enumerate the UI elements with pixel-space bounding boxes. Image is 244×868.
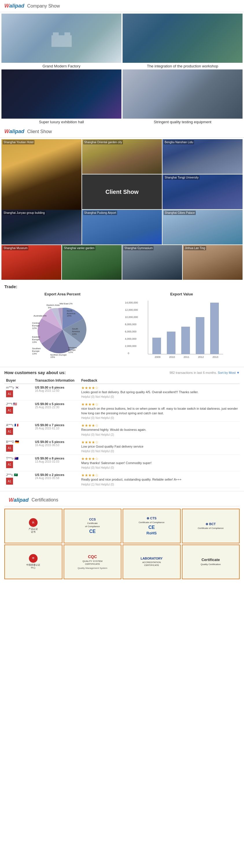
feedback-text-4: Many thanks! Salesman super! Commodity s… bbox=[81, 461, 238, 465]
buyer-cell-2: A***c 🇫🇷 A1 bbox=[4, 422, 33, 438]
client-jinhua: Jinhua Lan Ting bbox=[183, 245, 243, 280]
tx-date-2: 26 Aug 2015 61:10 bbox=[35, 427, 78, 430]
cert-cts-inner: ⊕ CTS Certificate of Compliance CE RoHS bbox=[139, 517, 165, 535]
feedback-text-3: Low price Good quality Fast delivery ser… bbox=[81, 444, 238, 449]
bar-title: Export Value bbox=[124, 292, 240, 296]
helpful-text-5: Helpful (1) Not Helpful (0) bbox=[81, 483, 238, 486]
testing-caption: Stringent quality testing equipment bbox=[154, 120, 211, 124]
cert-plain-inner: Certificate Quality Certification bbox=[201, 558, 220, 566]
company-logo: Walipad bbox=[4, 3, 24, 9]
cert-cqc-logo: CQC bbox=[88, 554, 97, 559]
client-show-title: Client Show bbox=[27, 129, 52, 134]
trade-charts: Export Area Percent bbox=[4, 292, 240, 363]
pie-label-na3: 15% bbox=[67, 314, 71, 317]
client-logo-w: W bbox=[4, 128, 9, 134]
buyer-cell-1: J***t 🇺🇸 A1 bbox=[4, 400, 33, 422]
table-row: A***c 🇫🇷 A1 US $9.00 x 7 pieces 26 Aug 2… bbox=[4, 422, 240, 438]
cert-lab: LABORATORY ACCREDITATIONCERTIFICATE bbox=[123, 545, 181, 579]
pie-label-na: North bbox=[67, 310, 73, 312]
feedback-cell-5: ★★★★☆ Really good and nice product, outs… bbox=[79, 471, 240, 488]
client-hotel: Shanghai Youtian Hotel bbox=[1, 139, 81, 210]
bar-2012 bbox=[196, 317, 204, 354]
pie-label-sa: South bbox=[72, 328, 78, 330]
buyer-name-4: T***o 🇦🇺 bbox=[6, 457, 19, 460]
client-junyao: Shanghai Junyao group building bbox=[1, 210, 81, 245]
cert-rohs-text: RoHS bbox=[147, 531, 157, 535]
pie-label-ne2: 15% bbox=[50, 356, 55, 359]
cert-qsc-subtext: Quality Management System bbox=[77, 567, 107, 569]
transaction-cell-5: US $9.00 x 2 pieces 24 Aug 2015 05:58 bbox=[33, 471, 79, 488]
cert-china2-badge: 中 bbox=[29, 554, 38, 563]
pie-label-se: Southen bbox=[32, 347, 41, 350]
table-row: T***o 🇦🇺 A1 US $9.00 x 8 pieces 13 Aug 2… bbox=[4, 455, 240, 471]
cert-logo-w: W bbox=[9, 497, 13, 503]
workshop-caption: The integration of the production worksh… bbox=[147, 64, 218, 68]
feedback-cell-4: ★★★★☆ Many thanks! Salesman super! Commo… bbox=[79, 455, 240, 471]
buyer-info-5: J***c 🇸🇦 A1 bbox=[6, 473, 32, 485]
helpful-text-3: Helpful (0) Not Helpful (0) bbox=[81, 450, 238, 453]
cert-cts-text: Certificate of Compliance bbox=[139, 521, 165, 524]
exhibition-caption: Super luxury exhibition hall bbox=[39, 120, 84, 124]
y-label-2m: 2,000,000 bbox=[125, 345, 136, 347]
client-gymnasium: Shanghai Gymnasium bbox=[122, 245, 182, 280]
tx-date-0: 16 Aug 2015 12:50 bbox=[35, 389, 78, 392]
bar-2013 bbox=[210, 303, 219, 354]
pie-label-au: Australia 8% bbox=[34, 314, 46, 317]
cert-plain: Certificate Quality Certification bbox=[182, 545, 240, 579]
exhibition-photo bbox=[1, 69, 121, 119]
cert-logo-rest: alipad bbox=[13, 497, 29, 503]
transaction-cell-4: US $9.00 x 8 pieces 13 Aug 2015 01:03 bbox=[33, 455, 79, 471]
cert-plain-subtext: Quality Certification bbox=[201, 563, 220, 566]
transaction-cell-3: US $9.00 x 5 pieces 16 Aug 2015 06:53 bbox=[33, 438, 79, 455]
col-transaction: Transaction Information bbox=[33, 377, 79, 384]
workshop-cell: The integration of the production worksh… bbox=[123, 13, 243, 68]
cert-bct-inner: ⊕ BCT Certificate of Compliance bbox=[198, 522, 223, 530]
customers-meta: 982 transactions in last 6 months. Sort … bbox=[169, 371, 240, 374]
buyer-avatar-3: A1 bbox=[6, 445, 13, 452]
tx-date-3: 16 Aug 2015 06:53 bbox=[35, 443, 78, 447]
tx-date-4: 13 Aug 2015 01:03 bbox=[35, 460, 78, 463]
buyer-name-2: A***c 🇫🇷 bbox=[6, 423, 19, 427]
client-museum: Shanghai Museum bbox=[1, 245, 61, 280]
stars-4: ★★★★☆ bbox=[81, 457, 238, 461]
pie-label-ee: Eastern bbox=[32, 336, 40, 338]
buyer-name-0: m***y 🇰🇷 bbox=[6, 386, 19, 390]
museum-label: Shanghai Museum bbox=[3, 246, 28, 250]
helpful-text-1: Helpful (0) Not Helpful (0) bbox=[81, 416, 238, 420]
pie-label-ea: Eastern Asia bbox=[46, 304, 60, 306]
bar-label-2013: 2013 bbox=[212, 355, 218, 359]
feedback-cell-2: ★★★★☆ Recommend highly. Would do busines… bbox=[79, 422, 240, 438]
pie-label-ee2: Europe bbox=[32, 338, 40, 341]
tx-price-2: US $9.00 x 7 pieces bbox=[35, 423, 78, 427]
buyer-name-3: B***D 🇩🇪 bbox=[6, 440, 19, 444]
buyer-info-2: A***c 🇫🇷 A1 bbox=[6, 423, 32, 435]
pie-chart-container: Export Area Percent bbox=[4, 292, 120, 361]
stars-5: ★★★★☆ bbox=[81, 473, 238, 477]
bar-label-2010: 2010 bbox=[169, 355, 175, 359]
workshop-photo bbox=[123, 13, 243, 63]
svg-rect-2 bbox=[65, 32, 70, 47]
tx-price-3: US $9.00 x 5 pieces bbox=[35, 440, 78, 443]
buyer-info-4: T***o 🇦🇺 A1 bbox=[6, 457, 32, 468]
pie-label-ce2: Europe bbox=[32, 324, 40, 327]
bar-chart-container: Export Value 14,000,000 12,000,000 10,00… bbox=[124, 292, 240, 363]
pie-title: Export Area Percent bbox=[4, 292, 120, 296]
pie-label-ea2: 5% bbox=[48, 306, 51, 309]
cert-grid: 认 产品认证证书 CCS Certificateof Compliance CE… bbox=[4, 509, 240, 579]
cert-qsc-inner: CQC QUALITY SYSTEMCERTIFICATE Quality Ma… bbox=[77, 554, 107, 569]
customers-section: How customers say about us: 982 transact… bbox=[0, 367, 244, 491]
pie-chart-svg: North America 15% South Ameica 13% Weste… bbox=[31, 301, 94, 359]
gibes-label: Shanghai Gibes Palace bbox=[164, 211, 196, 215]
client-bengbu: Bengbu Nanshan Lidu bbox=[163, 139, 243, 174]
stars-1: ★★★★☆ bbox=[81, 402, 238, 406]
cert-logo: Walipad bbox=[9, 497, 29, 503]
sort-label[interactable]: Sort by Most ▼ bbox=[218, 371, 240, 374]
y-label-10m: 10,000,000 bbox=[125, 316, 138, 318]
tongji-label: Shanghai Tongji University bbox=[164, 175, 200, 180]
testing-cell: Stringent quality testing equipment bbox=[123, 69, 243, 124]
certifications-section: Walipad Certifications 认 产品认证证书 CCS Cert… bbox=[0, 491, 244, 582]
y-label-4m: 4,000,000 bbox=[125, 337, 136, 340]
client-logo: Walipad bbox=[4, 128, 24, 134]
cert-ce-mark1: CE bbox=[89, 529, 96, 534]
buyer-cell-3: B***D 🇩🇪 A1 bbox=[4, 438, 33, 455]
